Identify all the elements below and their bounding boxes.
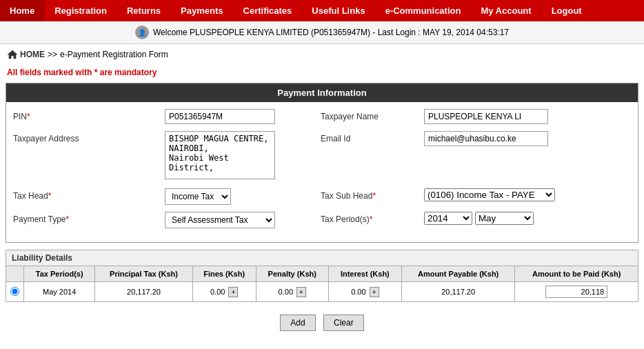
taxpayer-address-label: Taxpayer Address <box>13 131 165 143</box>
mandatory-note: All fields marked with * are mandatory <box>0 65 644 83</box>
col-amount-to-paid: Amount to be Paid (Ksh) <box>515 266 638 282</box>
tax-period-label: Tax Period(s)* <box>321 212 424 224</box>
home-icon <box>7 50 18 59</box>
add-button[interactable]: Add <box>280 315 315 331</box>
row-principal-tax: 20,117.20 <box>95 282 192 302</box>
row-radio[interactable] <box>10 287 19 296</box>
clear-button[interactable]: Clear <box>323 315 364 331</box>
tax-sub-head-field: (0106) Income Tax - PAYE (0107) Income T… <box>424 188 631 201</box>
row-tax-period: May 2014 <box>24 282 95 302</box>
row-select-cell <box>6 282 24 302</box>
liability-header: Liability Details <box>6 250 638 266</box>
payment-form-container: Payment Information PIN* Taxpayer Name T… <box>6 83 638 243</box>
table-row: May 2014 20,117.20 0.00 + 0.00 + 0.00 + … <box>6 282 638 302</box>
welcome-message: Welcome PLUSPEOPLE KENYA LIMITED (P05136… <box>153 28 509 37</box>
row-amount-payable: 20,117.20 <box>401 282 515 302</box>
amount-to-paid-input[interactable] <box>545 286 607 298</box>
taxpayer-address-field: BISHOP MAGUA CENTRE, NAIROBI, Nairobi We… <box>165 131 321 181</box>
pin-input[interactable] <box>165 109 275 124</box>
tax-sub-head-label: Tax Sub Head* <box>321 188 424 201</box>
email-group: Email Id <box>321 131 631 146</box>
tax-head-label: Tax Head* <box>13 188 165 201</box>
bottom-buttons: Add Clear <box>0 309 644 337</box>
col-fines: Fines (Ksh) <box>192 266 256 282</box>
form-body: PIN* Taxpayer Name Taxpayer Address BISH… <box>6 102 638 242</box>
tax-sub-head-group: Tax Sub Head* (0106) Income Tax - PAYE (… <box>321 188 631 201</box>
nav-home[interactable]: Home <box>0 0 45 21</box>
breadcrumb-separator: >> <box>48 50 57 59</box>
nav-useful-links[interactable]: Useful Links <box>302 0 375 21</box>
svg-marker-0 <box>8 50 17 59</box>
table-header-row: Tax Period(s) Principal Tax (Ksh) Fines … <box>6 266 638 282</box>
breadcrumb: HOME >> e-Payment Registration Form <box>0 44 644 65</box>
home-link[interactable]: HOME <box>7 50 45 59</box>
payment-type-field: Self Assessment Tax Advance Tax Withhold… <box>165 212 321 228</box>
interest-add-button[interactable]: + <box>370 287 379 297</box>
col-principal-tax: Principal Tax (Ksh) <box>95 266 192 282</box>
row-amount-to-paid[interactable] <box>515 282 638 302</box>
payment-type-select[interactable]: Self Assessment Tax Advance Tax Withhold… <box>165 212 275 228</box>
user-icon: 👤 <box>135 26 149 39</box>
taxpayer-name-group: Taxpayer Name <box>321 109 631 124</box>
col-select <box>6 266 24 282</box>
pin-field <box>165 109 321 124</box>
nav-e-communication[interactable]: e-Communication <box>376 0 472 21</box>
tax-head-row: Tax Head* Income Tax VAT Excise Duty Tax… <box>13 188 631 205</box>
nav-my-account[interactable]: My Account <box>471 0 541 21</box>
nav-logout[interactable]: Logout <box>542 0 592 21</box>
taxpayer-name-input[interactable] <box>424 109 548 124</box>
liability-table: Tax Period(s) Principal Tax (Ksh) Fines … <box>6 266 638 302</box>
email-label: Email Id <box>321 131 424 143</box>
tax-period-group: Tax Period(s)* 2013 2014 2015 January Fe… <box>321 212 631 225</box>
liability-section: Liability Details Tax Period(s) Principa… <box>6 250 638 302</box>
tax-period-month-select[interactable]: January February March April May June Ju… <box>475 212 534 225</box>
tax-head-field: Income Tax VAT Excise Duty <box>165 188 321 205</box>
breadcrumb-page: e-Payment Registration Form <box>60 50 168 59</box>
col-amount-payable: Amount Payable (Ksh) <box>401 266 515 282</box>
penalty-add-button[interactable]: + <box>296 287 306 297</box>
nav-returns[interactable]: Returns <box>117 0 171 21</box>
col-tax-period: Tax Period(s) <box>24 266 95 282</box>
row-fines: 0.00 + <box>192 282 256 302</box>
tax-sub-head-select[interactable]: (0106) Income Tax - PAYE (0107) Income T… <box>424 188 555 201</box>
payment-type-row: Payment Type* Self Assessment Tax Advanc… <box>13 212 631 228</box>
row-penalty: 0.00 + <box>256 282 328 302</box>
tax-head-select[interactable]: Income Tax VAT Excise Duty <box>165 188 231 205</box>
taxpayer-name-field <box>424 109 631 124</box>
tax-period-field: 2013 2014 2015 January February March Ap… <box>424 212 631 225</box>
payment-type-label: Payment Type* <box>13 212 165 224</box>
email-input[interactable] <box>424 131 548 146</box>
nav-payments[interactable]: Payments <box>171 0 233 21</box>
fines-add-button[interactable]: + <box>228 287 238 297</box>
tax-period-year-select[interactable]: 2013 2014 2015 <box>424 212 472 225</box>
nav-registration[interactable]: Registration <box>45 0 117 21</box>
taxpayer-name-label: Taxpayer Name <box>321 109 424 121</box>
pin-row: PIN* Taxpayer Name <box>13 109 631 124</box>
welcome-bar: 👤 Welcome PLUSPEOPLE KENYA LIMITED (P051… <box>0 21 644 44</box>
nav-certificates[interactable]: Certificates <box>234 0 303 21</box>
form-header: Payment Information <box>6 83 638 102</box>
taxpayer-address-textarea[interactable]: BISHOP MAGUA CENTRE, NAIROBI, Nairobi We… <box>165 131 275 179</box>
col-interest: Interest (Ksh) <box>328 266 401 282</box>
col-penalty: Penalty (Ksh) <box>256 266 328 282</box>
row-interest: 0.00 + <box>328 282 401 302</box>
email-field <box>424 131 631 146</box>
top-navigation: Home Registration Returns Payments Certi… <box>0 0 644 21</box>
address-row: Taxpayer Address BISHOP MAGUA CENTRE, NA… <box>13 131 631 181</box>
pin-label: PIN* <box>13 109 165 121</box>
